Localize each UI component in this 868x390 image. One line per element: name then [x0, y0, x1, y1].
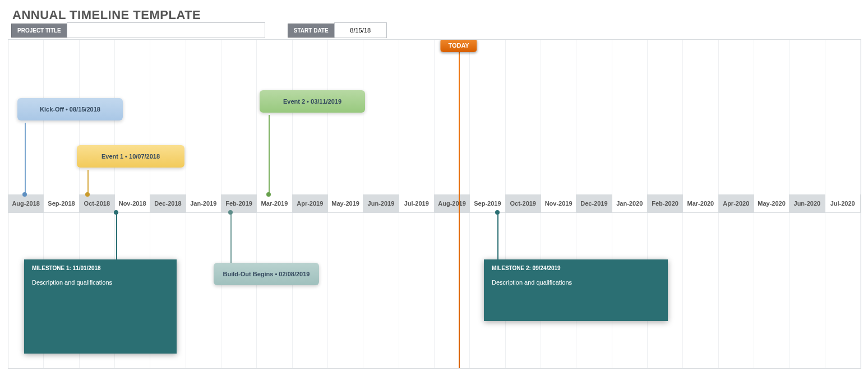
- month-mar-2020: Mar-2020: [683, 194, 718, 212]
- milestone-body: Description and qualifications: [32, 279, 169, 286]
- month-sep-2019: Sep-2019: [470, 194, 505, 212]
- month-jul-2019: Jul-2019: [399, 194, 435, 212]
- start-date-label: START DATE: [288, 24, 334, 38]
- project-title-input[interactable]: [67, 22, 265, 38]
- month-sep-2018: Sep-2018: [44, 194, 79, 212]
- month-aug-2018: Aug-2018: [8, 194, 44, 212]
- page-title: ANNUAL TIMELINE TEMPLATE: [12, 8, 201, 22]
- month-feb-2020: Feb-2020: [648, 194, 683, 212]
- month-aug-2019: Aug-2019: [435, 194, 470, 212]
- event-event2[interactable]: Event 2 • 03/11/2019: [260, 90, 365, 113]
- timeline-area: Aug-2018Sep-2018Oct-2018Nov-2018Dec-2018…: [8, 39, 861, 369]
- month-jul-2020: Jul-2020: [825, 194, 861, 212]
- milestone-title: MILESTONE 1: 11/01/2018: [32, 265, 169, 271]
- project-title-label: PROJECT TITLE: [11, 24, 67, 38]
- month-jun-2019: Jun-2019: [363, 194, 399, 212]
- event-kickoff[interactable]: Kick-Off • 08/15/2018: [17, 98, 123, 120]
- month-nov-2019: Nov-2019: [541, 194, 576, 212]
- month-feb-2019: Feb-2019: [221, 194, 257, 212]
- month-may-2020: May-2020: [754, 194, 789, 212]
- meta-row: PROJECT TITLE START DATE: [11, 22, 387, 38]
- month-jun-2020: Jun-2020: [789, 194, 825, 212]
- month-jan-2020: Jan-2020: [612, 194, 648, 212]
- milestone-body: Description and qualifications: [492, 279, 660, 286]
- month-jan-2019: Jan-2019: [186, 194, 221, 212]
- milestone-ms1[interactable]: MILESTONE 1: 11/01/2018Description and q…: [24, 259, 177, 354]
- month-mar-2019: Mar-2019: [257, 194, 292, 212]
- month-oct-2019: Oct-2019: [506, 194, 541, 212]
- start-date-input[interactable]: [334, 22, 387, 38]
- month-apr-2019: Apr-2019: [293, 194, 328, 212]
- month-apr-2020: Apr-2020: [719, 194, 754, 212]
- event-build[interactable]: Build-Out Begins • 02/08/2019: [214, 263, 319, 285]
- milestone-title: MILESTONE 2: 09/24/2019: [492, 265, 660, 271]
- month-oct-2018: Oct-2018: [80, 194, 115, 212]
- milestone-ms2[interactable]: MILESTONE 2: 09/24/2019Description and q…: [484, 259, 668, 321]
- month-may-2019: May-2019: [328, 194, 363, 212]
- today-badge: TODAY: [440, 39, 477, 52]
- month-dec-2019: Dec-2019: [576, 194, 612, 212]
- today-line: [459, 40, 460, 368]
- month-dec-2018: Dec-2018: [150, 194, 186, 212]
- axis-separator-bottom: [8, 212, 861, 213]
- month-nov-2018: Nov-2018: [115, 194, 150, 212]
- month-axis: Aug-2018Sep-2018Oct-2018Nov-2018Dec-2018…: [8, 194, 861, 212]
- event-event1[interactable]: Event 1 • 10/07/2018: [77, 145, 184, 168]
